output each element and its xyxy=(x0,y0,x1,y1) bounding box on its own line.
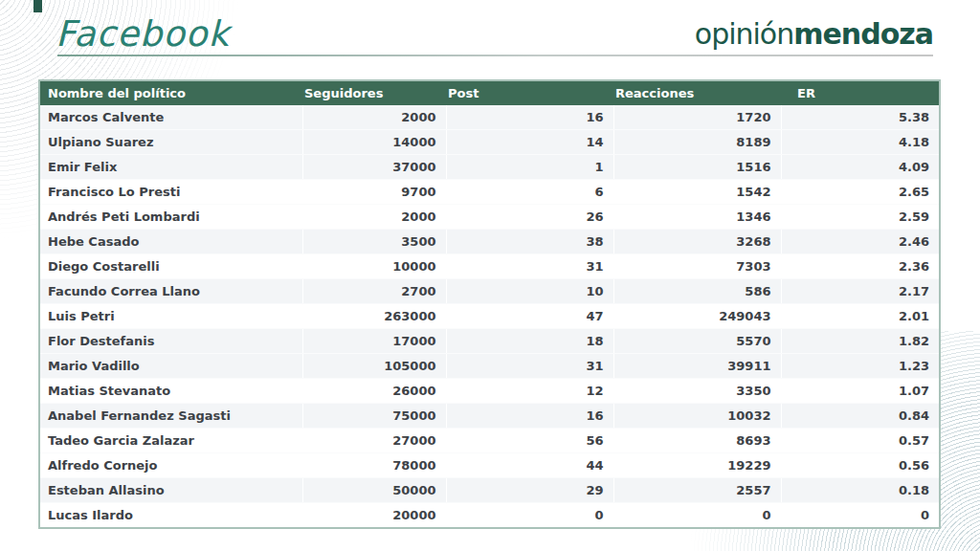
value-cell: 14000 xyxy=(302,130,446,155)
value-cell: 1 xyxy=(446,155,613,180)
value-cell: 29 xyxy=(446,478,613,503)
value-cell: 12 xyxy=(446,379,613,404)
value-cell: 1346 xyxy=(613,205,781,230)
politician-name-cell: Francisco Lo Presti xyxy=(39,180,302,205)
value-cell: 78000 xyxy=(302,453,446,478)
table-row: Anabel Fernandez Sagasti7500016100320.84 xyxy=(39,404,940,429)
value-cell: 31 xyxy=(446,354,613,379)
politician-name-cell: Flor Destefanis xyxy=(39,329,302,354)
value-cell: 263000 xyxy=(302,304,446,329)
value-cell: 1.07 xyxy=(781,379,940,404)
column-header-4: ER xyxy=(781,80,940,105)
value-cell: 2.59 xyxy=(781,205,940,230)
value-cell: 10000 xyxy=(302,254,446,279)
value-cell: 2.17 xyxy=(781,279,940,304)
value-cell: 0.56 xyxy=(781,453,940,478)
table-row: Ulpiano Suarez140001481894.18 xyxy=(39,130,940,155)
politicians-table: Nombre del políticoSeguidoresPostReaccio… xyxy=(38,79,941,529)
slide: Facebook opiniónmendoza Nombre del polít… xyxy=(0,0,980,551)
politician-name-cell: Tadeo Garcia Zalazar xyxy=(39,429,302,453)
value-cell: 1542 xyxy=(613,180,781,205)
politician-name-cell: Emir Felix xyxy=(39,155,302,180)
value-cell: 10032 xyxy=(613,404,781,429)
table-row: Facundo Correa Llano2700105862.17 xyxy=(39,279,940,304)
value-cell: 8189 xyxy=(613,130,781,155)
value-cell: 6 xyxy=(446,180,613,205)
politician-name-cell: Matias Stevanato xyxy=(39,379,302,404)
value-cell: 0 xyxy=(613,503,781,529)
table-row: Esteban Allasino500002925570.18 xyxy=(39,478,940,503)
table-header-row: Nombre del políticoSeguidoresPostReaccio… xyxy=(39,80,940,105)
table-row: Alfredo Cornejo7800044192290.56 xyxy=(39,453,940,478)
value-cell: 0.18 xyxy=(781,478,940,503)
table-row: Tadeo Garcia Zalazar270005686930.57 xyxy=(39,429,940,453)
politicians-table-container: Nombre del políticoSeguidoresPostReaccio… xyxy=(38,79,939,529)
value-cell: 27000 xyxy=(302,429,446,453)
politician-name-cell: Andrés Peti Lombardi xyxy=(39,205,302,230)
value-cell: 2.01 xyxy=(781,304,940,329)
value-cell: 5570 xyxy=(613,329,781,354)
table-header: Nombre del políticoSeguidoresPostReaccio… xyxy=(39,80,940,105)
value-cell: 2700 xyxy=(302,279,446,304)
value-cell: 0.84 xyxy=(781,404,940,429)
column-header-1: Seguidores xyxy=(302,80,446,105)
politician-name-cell: Esteban Allasino xyxy=(39,478,302,503)
table-row: Marcos Calvente20001617205.38 xyxy=(39,105,940,130)
table-row: Andrés Peti Lombardi20002613462.59 xyxy=(39,205,940,230)
value-cell: 37000 xyxy=(302,155,446,180)
value-cell: 14 xyxy=(446,130,613,155)
page-title: Facebook xyxy=(56,13,230,55)
table-body: Marcos Calvente20001617205.38Ulpiano Sua… xyxy=(39,105,940,528)
value-cell: 8693 xyxy=(613,429,781,453)
logo-mendoza: mendoza xyxy=(793,17,933,51)
politician-name-cell: Facundo Correa Llano xyxy=(39,279,302,304)
value-cell: 4.18 xyxy=(781,130,940,155)
logo-opinion: opinión xyxy=(695,17,793,51)
politician-name-cell: Alfredo Cornejo xyxy=(39,453,302,478)
table-row: Hebe Casado35003832682.46 xyxy=(39,230,940,254)
brand-accent-bar xyxy=(33,0,42,12)
value-cell: 26000 xyxy=(302,379,446,404)
value-cell: 1516 xyxy=(613,155,781,180)
table-row: Luis Petri263000472490432.01 xyxy=(39,304,940,329)
value-cell: 3268 xyxy=(613,230,781,254)
value-cell: 3500 xyxy=(302,230,446,254)
value-cell: 2.65 xyxy=(781,180,940,205)
table-row: Matias Stevanato260001233501.07 xyxy=(39,379,940,404)
table-row: Diego Costarelli100003173032.36 xyxy=(39,254,940,279)
value-cell: 0 xyxy=(781,503,940,529)
value-cell: 2.36 xyxy=(781,254,940,279)
brand-logo: opiniónmendoza xyxy=(695,17,933,51)
value-cell: 20000 xyxy=(302,503,446,529)
politician-name-cell: Mario Vadillo xyxy=(39,354,302,379)
value-cell: 2.46 xyxy=(781,230,940,254)
value-cell: 586 xyxy=(613,279,781,304)
value-cell: 3350 xyxy=(613,379,781,404)
table-row: Francisco Lo Presti9700615422.65 xyxy=(39,180,940,205)
value-cell: 2000 xyxy=(302,205,446,230)
value-cell: 31 xyxy=(446,254,613,279)
column-header-2: Post xyxy=(446,80,613,105)
value-cell: 75000 xyxy=(302,404,446,429)
value-cell: 16 xyxy=(446,404,613,429)
value-cell: 17000 xyxy=(302,329,446,354)
value-cell: 44 xyxy=(446,453,613,478)
value-cell: 38 xyxy=(446,230,613,254)
column-header-3: Reacciones xyxy=(613,80,781,105)
value-cell: 105000 xyxy=(302,354,446,379)
value-cell: 19229 xyxy=(613,453,781,478)
value-cell: 0 xyxy=(446,503,613,529)
value-cell: 47 xyxy=(446,304,613,329)
table-row: Lucas Ilardo20000000 xyxy=(39,503,940,529)
value-cell: 16 xyxy=(446,105,613,130)
politician-name-cell: Hebe Casado xyxy=(39,230,302,254)
politician-name-cell: Lucas Ilardo xyxy=(39,503,302,529)
value-cell: 249043 xyxy=(613,304,781,329)
value-cell: 1.82 xyxy=(781,329,940,354)
value-cell: 2557 xyxy=(613,478,781,503)
value-cell: 4.09 xyxy=(781,155,940,180)
column-header-0: Nombre del político xyxy=(39,80,302,105)
value-cell: 5.38 xyxy=(781,105,940,130)
table-row: Mario Vadillo10500031399111.23 xyxy=(39,354,940,379)
value-cell: 50000 xyxy=(302,478,446,503)
